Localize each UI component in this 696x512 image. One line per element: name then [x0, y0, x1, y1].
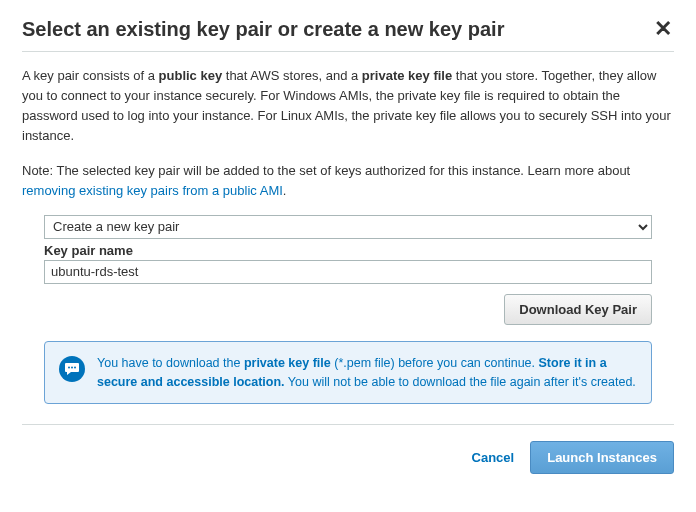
keypair-name-label: Key pair name [44, 243, 652, 258]
keypair-name-input[interactable] [44, 260, 652, 284]
remove-keypairs-link[interactable]: removing existing key pairs from a publi… [22, 183, 283, 198]
info-notice: You have to download the private key fil… [44, 341, 652, 405]
form-area: Create a new key pair Key pair name Down… [22, 215, 674, 405]
desc-private-key-file: private key file [362, 68, 452, 83]
description-text: A key pair consists of a public key that… [22, 66, 674, 147]
info-fragment: (*.pem file) before you can continue. [331, 356, 539, 370]
info-fragment: You have to download the [97, 356, 244, 370]
info-private-key-file: private key file [244, 356, 331, 370]
download-row: Download Key Pair [44, 294, 652, 325]
note-fragment: . [283, 183, 287, 198]
cancel-button[interactable]: Cancel [472, 450, 515, 465]
desc-fragment: A key pair consists of a [22, 68, 159, 83]
svg-point-1 [71, 366, 73, 368]
svg-point-2 [74, 366, 76, 368]
key-pair-dialog: Select an existing key pair or create a … [0, 0, 696, 490]
dialog-title: Select an existing key pair or create a … [22, 18, 504, 41]
svg-point-0 [68, 366, 70, 368]
dialog-footer: Cancel Launch Instances [22, 424, 674, 474]
desc-fragment: that AWS stores, and a [222, 68, 362, 83]
launch-instances-button[interactable]: Launch Instances [530, 441, 674, 474]
info-fragment: You will not be able to download the fil… [285, 375, 636, 389]
note-text: Note: The selected key pair will be adde… [22, 161, 674, 201]
download-keypair-button[interactable]: Download Key Pair [504, 294, 652, 325]
chat-bubble-icon [59, 356, 85, 382]
keypair-action-select[interactable]: Create a new key pair [44, 215, 652, 239]
close-icon[interactable]: ✕ [652, 18, 674, 40]
info-text: You have to download the private key fil… [97, 354, 637, 392]
note-fragment: Note: The selected key pair will be adde… [22, 163, 630, 178]
dialog-header: Select an existing key pair or create a … [22, 18, 674, 52]
desc-public-key: public key [159, 68, 223, 83]
